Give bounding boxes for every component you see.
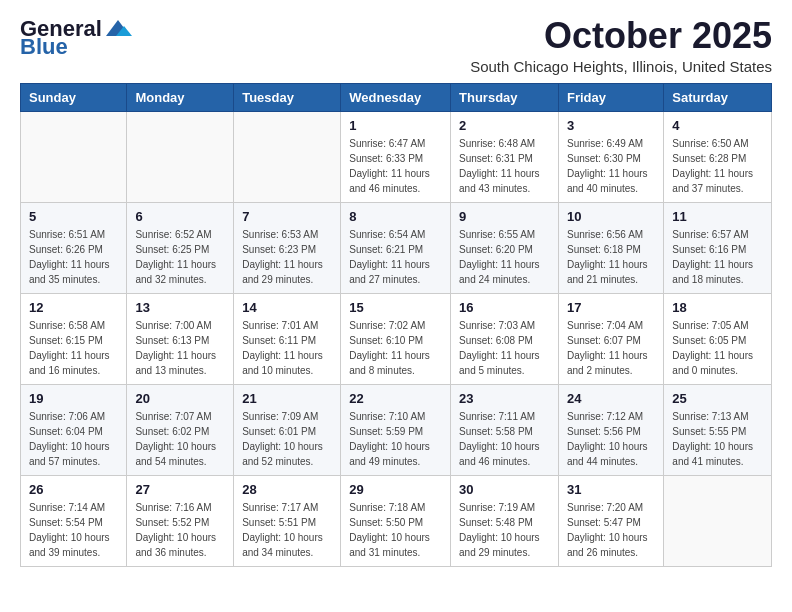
location-title: South Chicago Heights, Illinois, United …	[470, 58, 772, 75]
calendar-week-row: 1Sunrise: 6:47 AM Sunset: 6:33 PM Daylig…	[21, 111, 772, 202]
day-number: 14	[242, 300, 332, 315]
calendar-cell: 4Sunrise: 6:50 AM Sunset: 6:28 PM Daylig…	[664, 111, 772, 202]
day-info: Sunrise: 7:19 AM Sunset: 5:48 PM Dayligh…	[459, 500, 550, 560]
header-day-thursday: Thursday	[451, 83, 559, 111]
day-number: 26	[29, 482, 118, 497]
logo-blue-text: Blue	[20, 34, 68, 60]
day-number: 9	[459, 209, 550, 224]
calendar-cell: 21Sunrise: 7:09 AM Sunset: 6:01 PM Dayli…	[234, 384, 341, 475]
day-number: 21	[242, 391, 332, 406]
calendar-cell: 2Sunrise: 6:48 AM Sunset: 6:31 PM Daylig…	[451, 111, 559, 202]
header-day-tuesday: Tuesday	[234, 83, 341, 111]
calendar-cell: 10Sunrise: 6:56 AM Sunset: 6:18 PM Dayli…	[558, 202, 663, 293]
day-number: 22	[349, 391, 442, 406]
day-info: Sunrise: 7:03 AM Sunset: 6:08 PM Dayligh…	[459, 318, 550, 378]
calendar-cell: 20Sunrise: 7:07 AM Sunset: 6:02 PM Dayli…	[127, 384, 234, 475]
day-number: 25	[672, 391, 763, 406]
calendar-cell: 5Sunrise: 6:51 AM Sunset: 6:26 PM Daylig…	[21, 202, 127, 293]
day-info: Sunrise: 6:48 AM Sunset: 6:31 PM Dayligh…	[459, 136, 550, 196]
day-info: Sunrise: 7:05 AM Sunset: 6:05 PM Dayligh…	[672, 318, 763, 378]
day-info: Sunrise: 7:09 AM Sunset: 6:01 PM Dayligh…	[242, 409, 332, 469]
calendar-cell: 11Sunrise: 6:57 AM Sunset: 6:16 PM Dayli…	[664, 202, 772, 293]
calendar-header-row: SundayMondayTuesdayWednesdayThursdayFrid…	[21, 83, 772, 111]
calendar-cell: 6Sunrise: 6:52 AM Sunset: 6:25 PM Daylig…	[127, 202, 234, 293]
calendar-table: SundayMondayTuesdayWednesdayThursdayFrid…	[20, 83, 772, 567]
day-number: 30	[459, 482, 550, 497]
header-day-wednesday: Wednesday	[341, 83, 451, 111]
calendar-cell	[664, 475, 772, 566]
day-number: 15	[349, 300, 442, 315]
calendar-cell: 7Sunrise: 6:53 AM Sunset: 6:23 PM Daylig…	[234, 202, 341, 293]
day-number: 3	[567, 118, 655, 133]
day-info: Sunrise: 6:55 AM Sunset: 6:20 PM Dayligh…	[459, 227, 550, 287]
day-info: Sunrise: 7:14 AM Sunset: 5:54 PM Dayligh…	[29, 500, 118, 560]
calendar-cell: 31Sunrise: 7:20 AM Sunset: 5:47 PM Dayli…	[558, 475, 663, 566]
day-number: 12	[29, 300, 118, 315]
calendar-cell: 25Sunrise: 7:13 AM Sunset: 5:55 PM Dayli…	[664, 384, 772, 475]
calendar-cell: 30Sunrise: 7:19 AM Sunset: 5:48 PM Dayli…	[451, 475, 559, 566]
day-number: 29	[349, 482, 442, 497]
day-number: 5	[29, 209, 118, 224]
day-number: 8	[349, 209, 442, 224]
calendar-week-row: 12Sunrise: 6:58 AM Sunset: 6:15 PM Dayli…	[21, 293, 772, 384]
day-number: 1	[349, 118, 442, 133]
day-number: 11	[672, 209, 763, 224]
calendar-cell: 26Sunrise: 7:14 AM Sunset: 5:54 PM Dayli…	[21, 475, 127, 566]
day-info: Sunrise: 6:47 AM Sunset: 6:33 PM Dayligh…	[349, 136, 442, 196]
day-info: Sunrise: 6:53 AM Sunset: 6:23 PM Dayligh…	[242, 227, 332, 287]
logo: General Blue	[20, 16, 134, 60]
day-number: 20	[135, 391, 225, 406]
header-day-monday: Monday	[127, 83, 234, 111]
calendar-cell: 8Sunrise: 6:54 AM Sunset: 6:21 PM Daylig…	[341, 202, 451, 293]
day-number: 23	[459, 391, 550, 406]
day-number: 27	[135, 482, 225, 497]
day-info: Sunrise: 7:02 AM Sunset: 6:10 PM Dayligh…	[349, 318, 442, 378]
calendar-cell: 15Sunrise: 7:02 AM Sunset: 6:10 PM Dayli…	[341, 293, 451, 384]
calendar-cell: 28Sunrise: 7:17 AM Sunset: 5:51 PM Dayli…	[234, 475, 341, 566]
calendar-cell: 14Sunrise: 7:01 AM Sunset: 6:11 PM Dayli…	[234, 293, 341, 384]
calendar-cell: 24Sunrise: 7:12 AM Sunset: 5:56 PM Dayli…	[558, 384, 663, 475]
day-number: 7	[242, 209, 332, 224]
calendar-cell: 18Sunrise: 7:05 AM Sunset: 6:05 PM Dayli…	[664, 293, 772, 384]
month-title: October 2025	[470, 16, 772, 56]
day-info: Sunrise: 7:01 AM Sunset: 6:11 PM Dayligh…	[242, 318, 332, 378]
day-number: 10	[567, 209, 655, 224]
calendar-cell: 9Sunrise: 6:55 AM Sunset: 6:20 PM Daylig…	[451, 202, 559, 293]
calendar-week-row: 5Sunrise: 6:51 AM Sunset: 6:26 PM Daylig…	[21, 202, 772, 293]
calendar-cell	[127, 111, 234, 202]
day-info: Sunrise: 6:58 AM Sunset: 6:15 PM Dayligh…	[29, 318, 118, 378]
calendar-cell: 27Sunrise: 7:16 AM Sunset: 5:52 PM Dayli…	[127, 475, 234, 566]
day-number: 19	[29, 391, 118, 406]
calendar-cell	[234, 111, 341, 202]
calendar-cell: 29Sunrise: 7:18 AM Sunset: 5:50 PM Dayli…	[341, 475, 451, 566]
day-info: Sunrise: 6:52 AM Sunset: 6:25 PM Dayligh…	[135, 227, 225, 287]
day-number: 4	[672, 118, 763, 133]
day-info: Sunrise: 7:07 AM Sunset: 6:02 PM Dayligh…	[135, 409, 225, 469]
day-info: Sunrise: 7:18 AM Sunset: 5:50 PM Dayligh…	[349, 500, 442, 560]
day-info: Sunrise: 7:20 AM Sunset: 5:47 PM Dayligh…	[567, 500, 655, 560]
calendar-cell: 3Sunrise: 6:49 AM Sunset: 6:30 PM Daylig…	[558, 111, 663, 202]
day-info: Sunrise: 7:17 AM Sunset: 5:51 PM Dayligh…	[242, 500, 332, 560]
day-info: Sunrise: 7:04 AM Sunset: 6:07 PM Dayligh…	[567, 318, 655, 378]
day-info: Sunrise: 6:57 AM Sunset: 6:16 PM Dayligh…	[672, 227, 763, 287]
calendar-cell: 16Sunrise: 7:03 AM Sunset: 6:08 PM Dayli…	[451, 293, 559, 384]
day-info: Sunrise: 7:16 AM Sunset: 5:52 PM Dayligh…	[135, 500, 225, 560]
day-number: 16	[459, 300, 550, 315]
calendar-cell: 12Sunrise: 6:58 AM Sunset: 6:15 PM Dayli…	[21, 293, 127, 384]
header-day-friday: Friday	[558, 83, 663, 111]
calendar-cell: 1Sunrise: 6:47 AM Sunset: 6:33 PM Daylig…	[341, 111, 451, 202]
day-info: Sunrise: 7:11 AM Sunset: 5:58 PM Dayligh…	[459, 409, 550, 469]
day-info: Sunrise: 7:12 AM Sunset: 5:56 PM Dayligh…	[567, 409, 655, 469]
day-number: 18	[672, 300, 763, 315]
day-info: Sunrise: 7:10 AM Sunset: 5:59 PM Dayligh…	[349, 409, 442, 469]
day-info: Sunrise: 6:56 AM Sunset: 6:18 PM Dayligh…	[567, 227, 655, 287]
day-number: 6	[135, 209, 225, 224]
calendar-cell: 19Sunrise: 7:06 AM Sunset: 6:04 PM Dayli…	[21, 384, 127, 475]
day-number: 31	[567, 482, 655, 497]
header-day-sunday: Sunday	[21, 83, 127, 111]
day-info: Sunrise: 7:00 AM Sunset: 6:13 PM Dayligh…	[135, 318, 225, 378]
day-info: Sunrise: 7:06 AM Sunset: 6:04 PM Dayligh…	[29, 409, 118, 469]
calendar-week-row: 19Sunrise: 7:06 AM Sunset: 6:04 PM Dayli…	[21, 384, 772, 475]
day-number: 24	[567, 391, 655, 406]
calendar-cell	[21, 111, 127, 202]
